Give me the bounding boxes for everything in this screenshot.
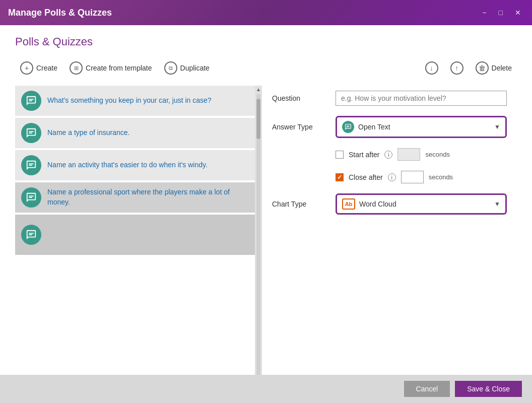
close-after-info-icon[interactable]: i — [388, 173, 396, 181]
start-after-row: Start after i seconds — [272, 148, 507, 161]
create-label: Create — [36, 64, 57, 72]
create-from-template-label: Create from template — [86, 64, 152, 72]
svg-rect-11 — [347, 126, 349, 127]
chart-type-row: Chart Type Ab Word Cloud ▼ — [272, 193, 507, 215]
move-up-button[interactable]: ↑ — [445, 58, 469, 78]
answer-type-select-left: Open Text — [342, 121, 390, 133]
question-label: Question — [272, 94, 327, 102]
svg-rect-7 — [29, 197, 32, 198]
start-after-info-icon[interactable]: i — [384, 151, 392, 159]
move-down-icon: ↓ — [425, 61, 438, 75]
list-item-empty[interactable] — [15, 215, 255, 255]
scroll-up-arrow[interactable]: ▲ — [255, 86, 262, 93]
chart-type-select-left: Ab Word Cloud — [342, 198, 396, 210]
svg-rect-10 — [347, 126, 350, 126]
list-item-text: What's something you keep in your car, j… — [47, 96, 212, 106]
svg-rect-1 — [29, 100, 32, 101]
chart-type-dropdown[interactable]: Ab Word Cloud ▼ — [336, 193, 507, 215]
cancel-button[interactable]: Cancel — [404, 381, 450, 397]
create-button[interactable]: + Create — [15, 58, 62, 78]
start-after-seconds-label: seconds — [425, 151, 449, 158]
start-after-seconds-input[interactable] — [397, 148, 420, 161]
timer-start-row: Start after i seconds — [336, 148, 507, 161]
delete-icon: 🗑 — [476, 61, 489, 75]
start-after-checkbox[interactable] — [336, 151, 344, 159]
chat-icon — [26, 192, 37, 203]
scrollbar[interactable]: ▲ ▼ — [255, 86, 262, 393]
save-close-button[interactable]: Save & Close — [455, 381, 522, 397]
svg-rect-3 — [29, 132, 32, 133]
toolbar: + Create ⊞ Create from template ⧉ Duplic… — [15, 58, 517, 78]
create-from-template-button[interactable]: ⊞ Create from template — [64, 58, 157, 78]
list-item[interactable]: What's something you keep in your car, j… — [15, 86, 255, 116]
chart-type-label: Chart Type — [272, 200, 327, 208]
open-text-icon — [342, 121, 354, 133]
list-item-icon — [21, 155, 41, 175]
window-title: Manage Polls & Quizzes — [8, 8, 112, 18]
close-button[interactable]: ✕ — [512, 7, 524, 19]
template-icon: ⊞ — [70, 61, 83, 75]
answer-type-dropdown[interactable]: Open Text ▼ — [336, 116, 507, 138]
duplicate-icon: ⧉ — [164, 61, 177, 75]
svg-rect-9 — [29, 234, 32, 235]
window-controls: − □ ✕ — [479, 7, 524, 19]
duplicate-button[interactable]: ⧉ Duplicate — [159, 58, 215, 78]
svg-rect-0 — [29, 99, 33, 100]
chat-icon — [26, 229, 37, 240]
svg-rect-6 — [29, 195, 33, 196]
close-after-label: Close after — [349, 173, 383, 181]
list-item-text: Name a professional sport where the play… — [47, 187, 249, 207]
list-item[interactable]: Name an activity that's easier to do whe… — [15, 150, 255, 180]
page-title: Polls & Quizzes — [15, 35, 517, 48]
close-after-checkbox[interactable]: ✓ — [336, 173, 344, 181]
toolbar-right: ↓ ↑ 🗑 Delete — [420, 58, 517, 78]
chat-icon — [26, 95, 37, 106]
answer-type-row: Answer Type Open Text ▼ — [272, 116, 507, 138]
chart-type-control: Ab Word Cloud ▼ — [336, 193, 507, 215]
detail-panel: Question Answer Type Open Text — [262, 86, 517, 393]
answer-type-value: Open Text — [358, 123, 390, 131]
list-item[interactable]: Name a professional sport where the play… — [15, 182, 255, 213]
answer-type-control: Open Text ▼ — [336, 116, 507, 138]
toolbar-left: + Create ⊞ Create from template ⧉ Duplic… — [15, 58, 215, 78]
svg-rect-4 — [29, 163, 33, 164]
minimize-button[interactable]: − — [479, 7, 489, 19]
chart-type-dropdown-arrow: ▼ — [494, 200, 500, 208]
delete-button[interactable]: 🗑 Delete — [471, 58, 517, 78]
close-after-control: ✓ Close after i 25 seconds — [336, 171, 507, 183]
main-content: Polls & Quizzes + Create ⊞ Create from t… — [0, 25, 532, 403]
scrollbar-track[interactable] — [256, 94, 260, 385]
footer: Cancel Save & Close — [0, 375, 532, 403]
duplicate-label: Duplicate — [180, 64, 210, 72]
list-container: What's something you keep in your car, j… — [15, 86, 255, 393]
svg-rect-2 — [29, 131, 33, 132]
scrollbar-thumb[interactable] — [256, 99, 260, 139]
start-after-label: Start after — [349, 151, 379, 159]
svg-rect-5 — [29, 165, 32, 166]
maximize-button[interactable]: □ — [496, 7, 506, 19]
list-item-text: Name an activity that's easier to do whe… — [47, 160, 208, 170]
timer-close-row: ✓ Close after i 25 seconds — [336, 171, 507, 183]
close-after-row: ✓ Close after i 25 seconds — [272, 171, 507, 183]
close-after-seconds-label: seconds — [429, 173, 453, 181]
answer-type-dropdown-arrow: ▼ — [494, 123, 500, 130]
create-icon: + — [20, 61, 33, 75]
list-item-icon — [21, 91, 41, 111]
chat-icon — [26, 127, 37, 139]
close-after-seconds-input[interactable]: 25 — [401, 171, 424, 183]
list-item-icon — [21, 225, 41, 245]
list-item-text: Name a type of insurance. — [47, 128, 129, 138]
word-cloud-icon: Ab — [342, 198, 355, 210]
delete-label: Delete — [492, 64, 512, 72]
question-input[interactable] — [336, 91, 507, 106]
title-bar: Manage Polls & Quizzes − □ ✕ — [0, 0, 532, 25]
question-row: Question — [272, 91, 507, 106]
chart-type-value: Word Cloud — [359, 200, 396, 208]
move-up-icon: ↑ — [450, 61, 463, 75]
move-down-button[interactable]: ↓ — [420, 58, 443, 78]
list-item[interactable]: Name a type of insurance. — [15, 118, 255, 148]
start-after-control: Start after i seconds — [336, 148, 507, 161]
checkmark-icon: ✓ — [337, 174, 342, 181]
svg-rect-8 — [29, 233, 33, 234]
list-item-icon — [21, 187, 41, 208]
